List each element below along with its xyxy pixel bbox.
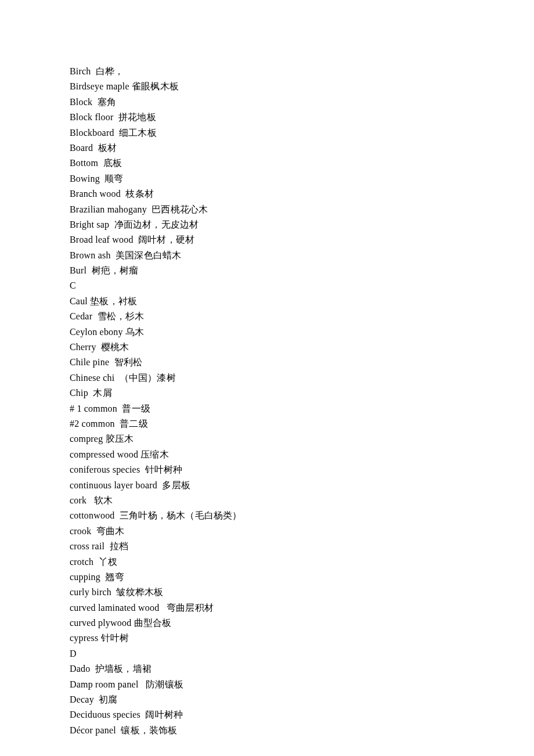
glossary-content: Birch 白桦，Birdseye maple 雀眼枫木板Block 塞角Blo… [70,64,464,738]
glossary-line: D [70,646,464,661]
glossary-line: Bottom 底板 [70,156,464,171]
glossary-line: Décor panel 镶板，装饰板 [70,723,464,738]
glossary-line: cypress 针叶树 [70,631,464,646]
glossary-line: # 1 common 普一级 [70,401,464,416]
glossary-line: Bright sap 净面边材，无皮边材 [70,217,464,232]
glossary-line: Burl 树疤，树瘤 [70,263,464,278]
glossary-line: Brown ash 美国深色白蜡木 [70,248,464,263]
glossary-line: crook 弯曲木 [70,524,464,539]
glossary-line: Caul 垫板，衬板 [70,294,464,309]
glossary-line: Bowing 顺弯 [70,171,464,186]
glossary-line: Branch wood 枝条材 [70,186,464,201]
glossary-line: Chip 木屑 [70,386,464,401]
glossary-line: Chile pine 智利松 [70,355,464,370]
glossary-line: C [70,278,464,293]
glossary-line: cross rail 拉档 [70,539,464,554]
glossary-line: curved laminated wood 弯曲层积材 [70,600,464,615]
glossary-line: Decay 初腐 [70,692,464,707]
glossary-line: cork 软木 [70,493,464,508]
glossary-line: Birdseye maple 雀眼枫木板 [70,79,464,94]
glossary-line: Brazilian mahogany 巴西桃花心木 [70,202,464,217]
glossary-line: Deciduous species 阔叶树种 [70,707,464,722]
glossary-line: Broad leaf wood 阔叶材，硬材 [70,232,464,247]
glossary-line: Cherry 樱桃木 [70,340,464,355]
glossary-line: compreg 胶压木 [70,431,464,447]
glossary-line: Blockboard 细工木板 [70,125,464,141]
glossary-line: compressed wood 压缩木 [70,447,464,462]
glossary-line: Birch 白桦， [70,64,464,79]
document-page: Birch 白桦，Birdseye maple 雀眼枫木板Block 塞角Blo… [0,0,534,756]
glossary-line: cupping 翘弯 [70,570,464,585]
glossary-line: Dado 护墙板，墙裙 [70,661,464,676]
glossary-line: cottonwood 三角叶杨，杨木（毛白杨类） [70,508,464,523]
glossary-line: #2 common 普二级 [70,416,464,431]
glossary-line: crotch 丫杈 [70,555,464,570]
glossary-line: Board 板材 [70,141,464,156]
glossary-line: Cedar 雪松，杉木 [70,309,464,324]
glossary-line: Block 塞角 [70,95,464,110]
glossary-line: Chinese chi （中国）漆树 [70,370,464,386]
glossary-line: Block floor 拼花地板 [70,110,464,125]
glossary-line: Ceylon ebony 乌木 [70,325,464,340]
glossary-line: continuous layer board 多层板 [70,478,464,493]
glossary-line: curly birch 皱纹桦木板 [70,585,464,600]
glossary-line: Damp room panel 防潮镶板 [70,677,464,692]
glossary-line: curved plywood 曲型合板 [70,615,464,631]
glossary-line: coniferous species 针叶树种 [70,462,464,477]
